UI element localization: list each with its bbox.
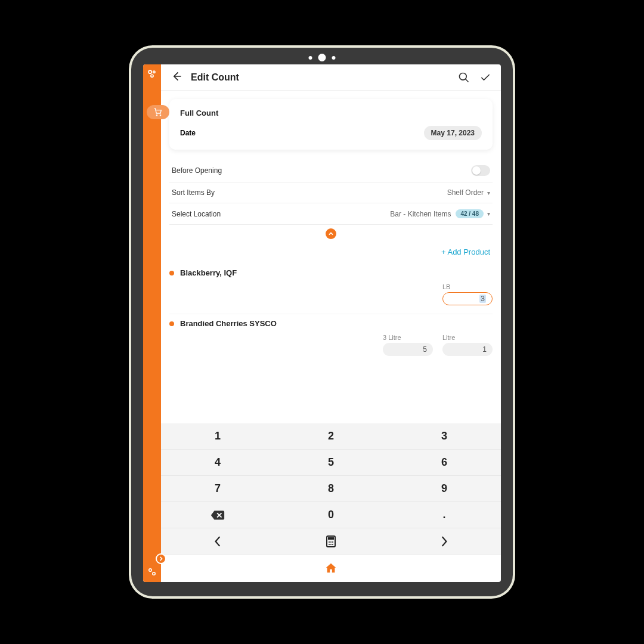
item-row: Brandied Cherries SYSCO 3 Litre 5 Litre [169, 314, 493, 364]
date-picker[interactable]: May 17, 2023 [424, 126, 482, 140]
svg-point-14 [330, 544, 332, 545]
key-prev[interactable] [161, 528, 274, 555]
before-opening-row: Before Opening [169, 159, 493, 182]
count-card: Full Count Date May 17, 2023 [169, 99, 493, 150]
svg-point-3 [156, 115, 157, 116]
search-button[interactable] [458, 72, 470, 83]
count-type: Full Count [180, 109, 482, 117]
location-label: Select Location [172, 210, 221, 218]
unit-label: Litre [442, 334, 455, 341]
key-0[interactable]: 0 [274, 502, 388, 528]
home-bar [161, 555, 501, 582]
svg-point-0 [148, 70, 151, 73]
svg-point-12 [332, 541, 333, 543]
sort-label: Sort Items By [172, 188, 215, 197]
svg-point-5 [149, 569, 152, 572]
chevron-down-icon: ▾ [487, 190, 490, 196]
key-4[interactable]: 4 [161, 450, 274, 476]
key-6[interactable]: 6 [388, 450, 501, 476]
settings-icon[interactable] [147, 566, 157, 577]
before-opening-label: Before Opening [172, 166, 222, 175]
page-title: Edit Count [191, 72, 239, 83]
date-label: Date [180, 129, 196, 137]
sidebar [143, 64, 161, 582]
key-9[interactable]: 9 [388, 476, 501, 502]
unit-label: LB [442, 283, 450, 290]
sidebar-expand-button[interactable] [156, 553, 166, 564]
before-opening-toggle[interactable] [471, 165, 490, 176]
item-row: Blackberry, IQF LB 3 [169, 264, 493, 314]
collapse-button[interactable] [326, 228, 336, 239]
key-calculator[interactable] [274, 528, 388, 555]
key-next[interactable] [388, 528, 501, 555]
back-button[interactable] [171, 70, 185, 85]
item-name: Blackberry, IQF [180, 268, 237, 277]
item-name: Brandied Cherries SYSCO [180, 319, 277, 328]
key-7[interactable]: 7 [161, 476, 274, 502]
svg-point-15 [332, 544, 333, 545]
bullet-icon [169, 271, 174, 275]
svg-point-13 [329, 544, 330, 545]
sort-value: Shelf Order [447, 188, 484, 197]
cart-button[interactable] [147, 105, 169, 119]
bullet-icon [169, 321, 174, 326]
svg-point-11 [330, 541, 332, 543]
topbar: Edit Count [161, 64, 501, 91]
svg-point-1 [153, 71, 155, 73]
svg-point-6 [153, 572, 156, 575]
svg-point-10 [329, 541, 330, 543]
screen: Edit Count Full Count Date May 17, 2023 [143, 64, 501, 582]
location-row[interactable]: Select Location Bar - Kitchen Items 42 /… [169, 203, 493, 225]
svg-point-2 [151, 75, 153, 77]
chevron-down-icon: ▾ [487, 210, 490, 217]
main-area: Edit Count Full Count Date May 17, 2023 [161, 64, 501, 582]
key-8[interactable]: 8 [274, 476, 388, 502]
svg-rect-9 [328, 537, 334, 540]
quantity-input[interactable]: 5 [383, 343, 433, 356]
key-3[interactable]: 3 [388, 423, 501, 450]
unit-label: 3 Litre [383, 334, 401, 341]
key-5[interactable]: 5 [274, 450, 388, 476]
key-1[interactable]: 1 [161, 423, 274, 450]
tablet-frame: Edit Count Full Count Date May 17, 2023 [131, 48, 513, 596]
key-decimal[interactable]: . [388, 502, 501, 528]
key-2[interactable]: 2 [274, 423, 388, 450]
count-badge: 42 / 48 [456, 209, 484, 218]
confirm-button[interactable] [479, 72, 491, 83]
sort-row[interactable]: Sort Items By Shelf Order ▾ [169, 182, 493, 203]
home-button[interactable] [324, 562, 338, 575]
svg-point-7 [460, 73, 467, 80]
tablet-speaker [309, 54, 336, 61]
add-product-button[interactable]: + Add Product [169, 243, 493, 264]
location-value: Bar - Kitchen Items [390, 210, 451, 218]
svg-point-4 [160, 115, 160, 116]
quantity-input[interactable]: 3 [442, 292, 493, 305]
app-logo-icon [146, 68, 158, 80]
numeric-keypad: 1 2 3 4 5 6 7 8 9 0 [161, 423, 501, 555]
key-backspace[interactable] [161, 502, 274, 528]
quantity-input[interactable]: 1 [442, 343, 493, 356]
